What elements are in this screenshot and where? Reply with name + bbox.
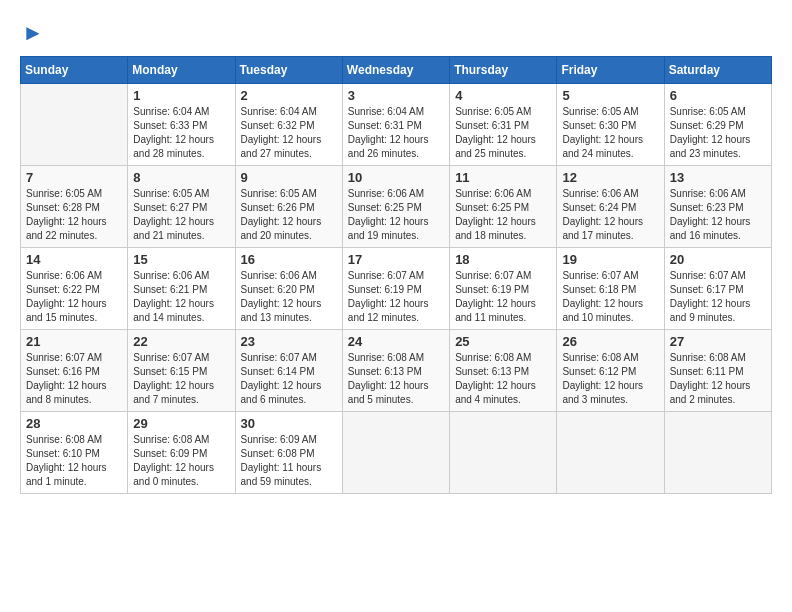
day-number: 8 <box>133 170 229 185</box>
calendar-cell: 15Sunrise: 6:06 AM Sunset: 6:21 PM Dayli… <box>128 248 235 330</box>
calendar-week-row: 1Sunrise: 6:04 AM Sunset: 6:33 PM Daylig… <box>21 84 772 166</box>
calendar-header: Sunday Monday Tuesday Wednesday Thursday… <box>21 57 772 84</box>
calendar-cell: 3Sunrise: 6:04 AM Sunset: 6:31 PM Daylig… <box>342 84 449 166</box>
calendar-cell: 6Sunrise: 6:05 AM Sunset: 6:29 PM Daylig… <box>664 84 771 166</box>
day-number: 2 <box>241 88 337 103</box>
col-friday: Friday <box>557 57 664 84</box>
day-info: Sunrise: 6:06 AM Sunset: 6:22 PM Dayligh… <box>26 269 122 325</box>
day-info: Sunrise: 6:07 AM Sunset: 6:16 PM Dayligh… <box>26 351 122 407</box>
calendar-cell: 4Sunrise: 6:05 AM Sunset: 6:31 PM Daylig… <box>450 84 557 166</box>
day-info: Sunrise: 6:06 AM Sunset: 6:24 PM Dayligh… <box>562 187 658 243</box>
day-info: Sunrise: 6:04 AM Sunset: 6:32 PM Dayligh… <box>241 105 337 161</box>
day-number: 13 <box>670 170 766 185</box>
day-info: Sunrise: 6:08 AM Sunset: 6:12 PM Dayligh… <box>562 351 658 407</box>
calendar-cell: 5Sunrise: 6:05 AM Sunset: 6:30 PM Daylig… <box>557 84 664 166</box>
day-number: 21 <box>26 334 122 349</box>
day-number: 26 <box>562 334 658 349</box>
col-wednesday: Wednesday <box>342 57 449 84</box>
calendar-cell: 12Sunrise: 6:06 AM Sunset: 6:24 PM Dayli… <box>557 166 664 248</box>
calendar-cell: 18Sunrise: 6:07 AM Sunset: 6:19 PM Dayli… <box>450 248 557 330</box>
calendar-cell <box>21 84 128 166</box>
calendar-cell: 7Sunrise: 6:05 AM Sunset: 6:28 PM Daylig… <box>21 166 128 248</box>
calendar-cell: 14Sunrise: 6:06 AM Sunset: 6:22 PM Dayli… <box>21 248 128 330</box>
day-number: 25 <box>455 334 551 349</box>
calendar-header-row: Sunday Monday Tuesday Wednesday Thursday… <box>21 57 772 84</box>
day-info: Sunrise: 6:06 AM Sunset: 6:25 PM Dayligh… <box>348 187 444 243</box>
day-number: 29 <box>133 416 229 431</box>
calendar-cell: 22Sunrise: 6:07 AM Sunset: 6:15 PM Dayli… <box>128 330 235 412</box>
calendar-cell: 20Sunrise: 6:07 AM Sunset: 6:17 PM Dayli… <box>664 248 771 330</box>
day-info: Sunrise: 6:05 AM Sunset: 6:28 PM Dayligh… <box>26 187 122 243</box>
calendar-week-row: 28Sunrise: 6:08 AM Sunset: 6:10 PM Dayli… <box>21 412 772 494</box>
col-sunday: Sunday <box>21 57 128 84</box>
calendar-body: 1Sunrise: 6:04 AM Sunset: 6:33 PM Daylig… <box>21 84 772 494</box>
day-info: Sunrise: 6:07 AM Sunset: 6:18 PM Dayligh… <box>562 269 658 325</box>
calendar-cell: 13Sunrise: 6:06 AM Sunset: 6:23 PM Dayli… <box>664 166 771 248</box>
calendar-cell: 27Sunrise: 6:08 AM Sunset: 6:11 PM Dayli… <box>664 330 771 412</box>
calendar-table: Sunday Monday Tuesday Wednesday Thursday… <box>20 56 772 494</box>
day-info: Sunrise: 6:08 AM Sunset: 6:11 PM Dayligh… <box>670 351 766 407</box>
day-number: 18 <box>455 252 551 267</box>
day-info: Sunrise: 6:07 AM Sunset: 6:15 PM Dayligh… <box>133 351 229 407</box>
page-header: ► <box>20 20 772 46</box>
calendar-cell: 26Sunrise: 6:08 AM Sunset: 6:12 PM Dayli… <box>557 330 664 412</box>
day-info: Sunrise: 6:06 AM Sunset: 6:20 PM Dayligh… <box>241 269 337 325</box>
day-number: 15 <box>133 252 229 267</box>
calendar-week-row: 14Sunrise: 6:06 AM Sunset: 6:22 PM Dayli… <box>21 248 772 330</box>
calendar-cell <box>557 412 664 494</box>
day-number: 17 <box>348 252 444 267</box>
calendar-cell: 10Sunrise: 6:06 AM Sunset: 6:25 PM Dayli… <box>342 166 449 248</box>
calendar-cell: 16Sunrise: 6:06 AM Sunset: 6:20 PM Dayli… <box>235 248 342 330</box>
day-info: Sunrise: 6:05 AM Sunset: 6:29 PM Dayligh… <box>670 105 766 161</box>
day-number: 20 <box>670 252 766 267</box>
calendar-cell: 23Sunrise: 6:07 AM Sunset: 6:14 PM Dayli… <box>235 330 342 412</box>
col-tuesday: Tuesday <box>235 57 342 84</box>
day-number: 22 <box>133 334 229 349</box>
day-number: 27 <box>670 334 766 349</box>
day-number: 10 <box>348 170 444 185</box>
calendar-cell: 21Sunrise: 6:07 AM Sunset: 6:16 PM Dayli… <box>21 330 128 412</box>
day-info: Sunrise: 6:08 AM Sunset: 6:09 PM Dayligh… <box>133 433 229 489</box>
calendar-cell: 28Sunrise: 6:08 AM Sunset: 6:10 PM Dayli… <box>21 412 128 494</box>
day-number: 24 <box>348 334 444 349</box>
calendar-cell: 2Sunrise: 6:04 AM Sunset: 6:32 PM Daylig… <box>235 84 342 166</box>
calendar-cell: 17Sunrise: 6:07 AM Sunset: 6:19 PM Dayli… <box>342 248 449 330</box>
day-number: 6 <box>670 88 766 103</box>
day-info: Sunrise: 6:05 AM Sunset: 6:26 PM Dayligh… <box>241 187 337 243</box>
day-info: Sunrise: 6:06 AM Sunset: 6:21 PM Dayligh… <box>133 269 229 325</box>
day-info: Sunrise: 6:08 AM Sunset: 6:13 PM Dayligh… <box>455 351 551 407</box>
calendar-cell: 19Sunrise: 6:07 AM Sunset: 6:18 PM Dayli… <box>557 248 664 330</box>
day-number: 1 <box>133 88 229 103</box>
day-info: Sunrise: 6:07 AM Sunset: 6:17 PM Dayligh… <box>670 269 766 325</box>
logo-bird-icon: ► <box>22 20 44 45</box>
day-number: 9 <box>241 170 337 185</box>
calendar-cell: 25Sunrise: 6:08 AM Sunset: 6:13 PM Dayli… <box>450 330 557 412</box>
day-info: Sunrise: 6:04 AM Sunset: 6:31 PM Dayligh… <box>348 105 444 161</box>
day-info: Sunrise: 6:09 AM Sunset: 6:08 PM Dayligh… <box>241 433 337 489</box>
day-number: 3 <box>348 88 444 103</box>
day-info: Sunrise: 6:05 AM Sunset: 6:31 PM Dayligh… <box>455 105 551 161</box>
calendar-cell: 24Sunrise: 6:08 AM Sunset: 6:13 PM Dayli… <box>342 330 449 412</box>
calendar-cell <box>342 412 449 494</box>
calendar-cell: 30Sunrise: 6:09 AM Sunset: 6:08 PM Dayli… <box>235 412 342 494</box>
day-number: 19 <box>562 252 658 267</box>
logo: ► <box>20 20 44 46</box>
day-info: Sunrise: 6:06 AM Sunset: 6:25 PM Dayligh… <box>455 187 551 243</box>
day-number: 4 <box>455 88 551 103</box>
day-number: 28 <box>26 416 122 431</box>
calendar-week-row: 21Sunrise: 6:07 AM Sunset: 6:16 PM Dayli… <box>21 330 772 412</box>
calendar-cell: 8Sunrise: 6:05 AM Sunset: 6:27 PM Daylig… <box>128 166 235 248</box>
day-number: 11 <box>455 170 551 185</box>
day-number: 5 <box>562 88 658 103</box>
day-info: Sunrise: 6:08 AM Sunset: 6:10 PM Dayligh… <box>26 433 122 489</box>
day-info: Sunrise: 6:07 AM Sunset: 6:14 PM Dayligh… <box>241 351 337 407</box>
day-info: Sunrise: 6:08 AM Sunset: 6:13 PM Dayligh… <box>348 351 444 407</box>
calendar-cell <box>450 412 557 494</box>
day-number: 12 <box>562 170 658 185</box>
day-number: 14 <box>26 252 122 267</box>
day-info: Sunrise: 6:05 AM Sunset: 6:27 PM Dayligh… <box>133 187 229 243</box>
calendar-cell: 11Sunrise: 6:06 AM Sunset: 6:25 PM Dayli… <box>450 166 557 248</box>
col-saturday: Saturday <box>664 57 771 84</box>
calendar-cell: 1Sunrise: 6:04 AM Sunset: 6:33 PM Daylig… <box>128 84 235 166</box>
calendar-week-row: 7Sunrise: 6:05 AM Sunset: 6:28 PM Daylig… <box>21 166 772 248</box>
